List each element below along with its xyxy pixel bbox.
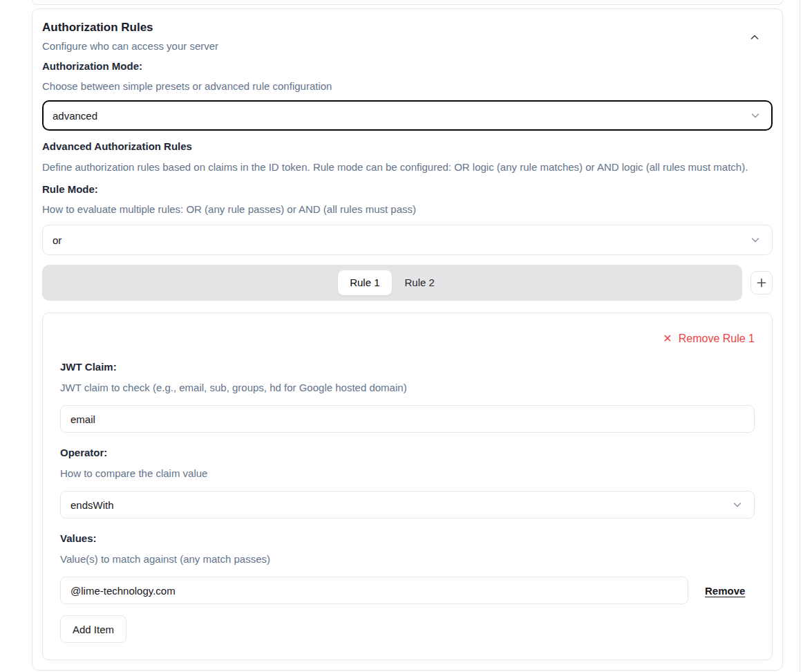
remove-rule-label: Remove Rule 1 [679,330,755,347]
values-description: Value(s) to match against (any match pas… [60,552,755,566]
value-input[interactable] [60,577,688,604]
chevron-down-icon [750,110,761,121]
panel-title: Authorization Rules [42,19,218,36]
rule-1-card: ✕ Remove Rule 1 JWT Claim: JWT claim to … [42,312,773,660]
operator-description: How to compare the claim value [60,467,755,480]
operator-select[interactable]: endsWith [60,491,755,519]
right-divider [800,0,800,672]
chevron-up-icon [749,35,760,45]
chevron-down-icon [750,234,761,245]
advanced-rules-description: Define authorization rules based on clai… [42,160,773,174]
panel-subtitle: Configure who can access your server [42,39,218,53]
chevron-down-icon [732,499,743,510]
tab-rule-1[interactable]: Rule 1 [338,270,391,295]
rule-tabbar: Rule 1 Rule 2 [42,265,742,301]
values-label: Values: [60,532,755,545]
authorization-mode-select[interactable]: advanced [42,100,773,131]
remove-rule-row: ✕ Remove Rule 1 [60,330,755,347]
plus-icon [756,277,767,288]
remove-value-link[interactable]: Remove [705,585,745,597]
authorization-rules-panel: Authorization Rules Configure who can ac… [32,8,783,671]
add-item-button[interactable]: Add Item [60,615,126,643]
value-item-row: Remove [60,577,755,604]
previous-card-edge [32,0,783,5]
panel-header: Authorization Rules Configure who can ac… [42,19,773,53]
operator-label: Operator: [60,446,755,460]
rule-tabs-row: Rule 1 Rule 2 [42,265,773,301]
rule-mode-label: Rule Mode: [42,183,773,196]
x-icon: ✕ [663,330,672,347]
jwt-claim-input[interactable] [60,405,755,433]
panel-header-text: Authorization Rules Configure who can ac… [42,19,218,53]
jwt-claim-description: JWT claim to check (e.g., email, sub, gr… [60,381,755,395]
remove-rule-button[interactable]: ✕ Remove Rule 1 [663,330,755,347]
collapse-panel-button[interactable] [745,28,764,47]
rule-mode-select[interactable]: or [42,225,773,255]
authorization-mode-label: Authorization Mode: [42,59,773,73]
authorization-mode-description: Choose between simple presets or advance… [42,80,773,93]
advanced-rules-title: Advanced Authorization Rules [42,140,773,153]
tab-rule-2[interactable]: Rule 2 [393,270,446,295]
rule-mode-description: How to evaluate multiple rules: OR (any … [42,203,773,216]
jwt-claim-label: JWT Claim: [60,360,755,374]
rule-mode-value: or [53,234,62,246]
authorization-mode-value: advanced [53,110,97,122]
settings-page: Authorization Rules Configure who can ac… [0,0,803,672]
operator-value: endsWith [70,499,114,511]
add-rule-button[interactable] [750,271,773,295]
